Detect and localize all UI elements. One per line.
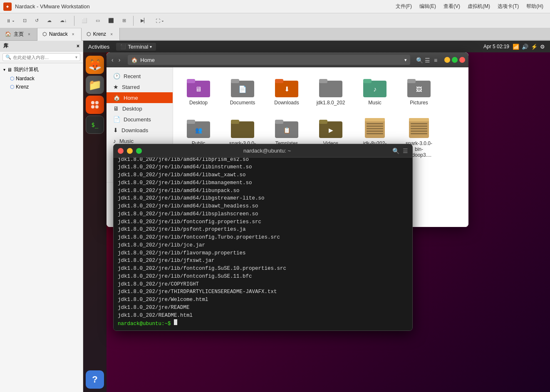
terminal-search-button[interactable]: 🔍	[392, 148, 399, 154]
svg-rect-46	[411, 126, 427, 127]
library-close-btn[interactable]: ×	[77, 43, 79, 49]
terminal-close-button[interactable]	[118, 148, 124, 154]
home-sidebar-label: Home	[124, 95, 138, 101]
console-button[interactable]: ▶▏	[138, 17, 150, 25]
system-icons: 📶 🔊 ⚡ ⚙	[513, 44, 545, 50]
view-button4[interactable]: ⊞	[119, 17, 129, 25]
terminal-indicator[interactable]: ⬛ Terminal ▾	[116, 43, 156, 51]
snapshot-button[interactable]: ↺	[32, 17, 42, 25]
terminal-body[interactable]: jdk1.8.0_202/jre/lib/amd64/libprism_comm…	[114, 158, 412, 330]
fm-sidebar-documents[interactable]: 📄 Documents	[107, 114, 173, 125]
file-music[interactable]: ♪ Music	[356, 74, 394, 108]
terminal-menu-button[interactable]: ☰	[403, 148, 408, 154]
tab-nardack-close[interactable]: ×	[70, 31, 76, 37]
menu-edit[interactable]: 编辑(E)	[416, 2, 439, 11]
music-file-label: Music	[368, 100, 381, 106]
activities-button[interactable]: Activities	[88, 44, 109, 50]
documents-label: Documents	[124, 116, 151, 123]
documents-file-label: Documents	[230, 100, 255, 106]
terminal-minimize-button[interactable]	[127, 148, 133, 154]
terminal-label: Terminal	[128, 44, 148, 50]
menu-file[interactable]: 文件(F)	[392, 2, 415, 11]
search-icon: 🔍	[5, 54, 11, 60]
topbar-right: Apr 5 02:19 📶 🔊 ⚡ ⚙	[483, 44, 545, 50]
tab-krenz-close[interactable]: ×	[109, 31, 114, 37]
file-downloads[interactable]: ⬇ Downloads	[268, 74, 305, 108]
svg-rect-31	[275, 120, 283, 124]
fm-menu-button[interactable]: ≡	[433, 57, 439, 63]
dock-files[interactable]: 📁	[86, 76, 104, 94]
file-desktop[interactable]: 🖥 Desktop	[180, 74, 217, 108]
file-jdk[interactable]: jdk1.8.0_202	[312, 74, 349, 108]
fm-sidebar-downloads[interactable]: ⬇ Downloads	[107, 125, 173, 136]
power-icon[interactable]: ⚡	[531, 44, 538, 50]
fm-view-button[interactable]: ☰	[424, 57, 430, 63]
fm-back-button[interactable]: ‹	[110, 56, 115, 64]
fm-close-button[interactable]	[459, 57, 465, 63]
fm-minimize-button[interactable]	[444, 57, 450, 63]
fm-current-path: Home	[140, 57, 402, 63]
view-button1[interactable]: ⬜	[79, 17, 90, 25]
menu-vm[interactable]: 虚拟机(M)	[464, 2, 493, 11]
dock-appstore[interactable]	[86, 96, 104, 114]
desktop-file-label: Desktop	[189, 100, 208, 106]
menu-tab[interactable]: 选项卡(T)	[494, 2, 522, 11]
datetime-display: Apr 5 02:19	[483, 44, 509, 49]
file-documents[interactable]: 📄 Documents	[224, 74, 261, 108]
tab-home-close[interactable]: ×	[26, 31, 32, 37]
tree-item-nardack[interactable]: ⬡ Nardack	[0, 74, 83, 83]
screenshot-button[interactable]: ⊡	[20, 17, 30, 25]
fm-maximize-button[interactable]	[452, 57, 458, 63]
tab-krenz[interactable]: ⬡ Krenz ×	[82, 28, 120, 40]
my-computer-label: 我的计算机	[14, 66, 39, 73]
terminal-title: nardack@ubuntu: ~	[144, 148, 390, 154]
svg-rect-45	[411, 123, 427, 124]
revert-button[interactable]: ☁	[44, 17, 55, 25]
tree-collapse-btn[interactable]: ▾ 🖥 我的计算机	[0, 65, 83, 74]
svg-point-5	[91, 105, 94, 108]
sound-icon[interactable]: 🔊	[522, 44, 528, 50]
fm-sidebar-home[interactable]: 🏠 Home	[107, 92, 173, 103]
fm-sidebar-starred[interactable]: ★ Starred	[107, 81, 173, 92]
svg-rect-34	[319, 120, 327, 124]
fm-forward-button[interactable]: ›	[117, 56, 122, 64]
tab-nardack[interactable]: ⬡ Nardack ×	[37, 28, 82, 41]
nardack-tree-icon: ⬡	[10, 76, 14, 81]
dock-terminal[interactable]: $_	[86, 116, 104, 134]
suspend-button[interactable]: ☁↓	[57, 17, 70, 25]
vmware-tabs-bar: 🏠 主页 × ⬡ Nardack × ⬡ Krenz ×	[0, 28, 550, 41]
svg-rect-39	[367, 126, 383, 127]
library-panel: 库 × 🔍 ▾ ▾ 🖥 我的计算机 ⬡ Nardack ⬡ Krenz	[0, 41, 83, 392]
terminal-maximize-button[interactable]	[136, 148, 142, 154]
file-pictures[interactable]: 🖼 Pictures	[400, 74, 438, 108]
menu-help[interactable]: 帮助(H)	[523, 2, 547, 11]
documents-folder-icon: 📄	[231, 76, 254, 98]
svg-rect-23	[407, 79, 416, 83]
dock-help[interactable]: ?	[86, 370, 104, 389]
svg-rect-42	[367, 133, 383, 134]
pause-button[interactable]: ⏸ ▾	[3, 17, 17, 25]
svg-rect-37	[365, 118, 385, 121]
public-folder-icon: 👥	[187, 117, 210, 139]
svg-rect-15	[275, 79, 283, 83]
svg-text:📋: 📋	[283, 127, 291, 134]
library-search-input[interactable]	[13, 55, 74, 60]
fm-path-dropdown[interactable]: ▾	[404, 57, 407, 63]
tree-item-krenz[interactable]: ⬡ Krenz	[0, 83, 83, 91]
fm-sidebar-desktop[interactable]: 🖥 Desktop	[107, 103, 173, 114]
search-dropdown-icon[interactable]: ▾	[75, 55, 77, 59]
jdk-folder-icon	[319, 76, 342, 98]
network-icon[interactable]: 📶	[513, 44, 519, 50]
svg-text:♪: ♪	[373, 86, 377, 93]
tab-home[interactable]: 🏠 主页 ×	[0, 28, 37, 40]
dock-firefox[interactable]: 🦊	[86, 56, 104, 74]
view-button2[interactable]: ▭	[93, 17, 103, 25]
menu-view[interactable]: 查看(V)	[440, 2, 463, 11]
fullscreen-button[interactable]: ⛶ ▾	[153, 17, 167, 25]
fm-search-button[interactable]: 🔍	[416, 57, 422, 63]
library-title: 库	[3, 42, 8, 49]
settings-icon[interactable]: ⚙	[540, 44, 545, 50]
view-button3[interactable]: ⬛	[105, 17, 117, 25]
library-search-container: 🔍 ▾	[0, 52, 83, 63]
fm-sidebar-recent[interactable]: 🕐 Recent	[107, 71, 173, 81]
